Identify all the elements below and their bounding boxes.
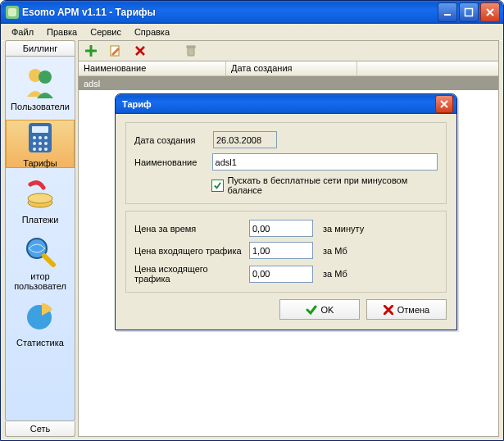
add-button[interactable] xyxy=(84,43,98,58)
svg-point-6 xyxy=(33,136,36,139)
price-in-field[interactable] xyxy=(249,242,313,259)
checkbox-label: Пускать в бесплатные сети при минусовом … xyxy=(228,175,438,195)
svg-point-16 xyxy=(28,193,52,203)
price-time-field[interactable] xyxy=(249,220,313,237)
sidebar-item-users[interactable]: Пользователи xyxy=(6,63,75,111)
svg-rect-21 xyxy=(187,46,195,48)
svg-point-12 xyxy=(33,148,36,151)
delete-button[interactable] xyxy=(133,43,148,58)
free-nets-checkbox[interactable]: Пускать в бесплатные сети при минусовом … xyxy=(211,175,438,195)
group-prices: Цена за время за минуту Цена входящего т… xyxy=(125,211,447,293)
sidebar-tab-network[interactable]: Сеть xyxy=(5,421,75,437)
sidebar-item-payments[interactable]: Платежи xyxy=(6,176,75,225)
sidebar-item-tariffs[interactable]: Тарифы xyxy=(6,120,75,168)
svg-point-8 xyxy=(44,136,48,139)
minimize-button[interactable] xyxy=(438,2,457,22)
sidebar-item-label: итор пользовател xyxy=(6,271,75,291)
svg-rect-1 xyxy=(465,9,473,16)
ok-button-label: OK xyxy=(321,305,334,315)
check-icon xyxy=(306,304,317,316)
date-field xyxy=(213,131,277,148)
date-label: Дата создания xyxy=(134,135,208,145)
sidebar-item-label: Статистика xyxy=(16,338,64,348)
svg-point-3 xyxy=(39,70,52,84)
svg-rect-0 xyxy=(444,14,451,16)
titlebar[interactable]: Esomo APM v1.11 - Тарифы xyxy=(1,1,503,24)
cancel-button[interactable]: Отмена xyxy=(366,299,447,320)
name-label: Наименование xyxy=(134,157,207,167)
price-in-unit: за Мб xyxy=(323,246,347,256)
svg-point-14 xyxy=(44,148,48,151)
ok-button[interactable]: OK xyxy=(279,299,360,320)
price-out-unit: за Мб xyxy=(323,269,347,279)
menu-help[interactable]: Справка xyxy=(129,25,175,39)
coins-icon xyxy=(21,176,59,212)
close-button[interactable] xyxy=(480,2,500,22)
svg-rect-20 xyxy=(188,48,194,56)
svg-point-9 xyxy=(33,142,36,145)
menu-service[interactable]: Сервис xyxy=(84,25,127,39)
svg-rect-5 xyxy=(32,126,48,133)
cancel-button-label: Отмена xyxy=(397,305,429,315)
window-title: Esomo APM v1.11 - Тарифы xyxy=(22,7,434,18)
sidebar-item-stats[interactable]: Статистика xyxy=(6,299,75,348)
maximize-button[interactable] xyxy=(459,2,479,22)
name-field[interactable] xyxy=(212,153,438,170)
menu-edit[interactable]: Правка xyxy=(41,25,83,39)
price-time-label: Цена за время xyxy=(134,224,244,234)
sidebar: Биллинг Пользователи Тарифы Платежи итор… xyxy=(4,40,76,437)
column-header-empty xyxy=(357,61,498,76)
column-header-date[interactable]: Дата создания xyxy=(226,61,357,76)
sidebar-item-user-monitor[interactable]: итор пользовател xyxy=(6,233,75,291)
menu-file[interactable]: Файл xyxy=(6,25,39,39)
calculator-icon xyxy=(21,120,59,156)
svg-point-10 xyxy=(39,142,42,145)
dialog-close-button[interactable] xyxy=(435,95,453,113)
magnifier-globe-icon xyxy=(21,233,59,269)
sidebar-item-label: Тарифы xyxy=(23,158,57,168)
x-icon xyxy=(384,305,393,315)
piechart-icon xyxy=(21,299,59,335)
app-window: Esomo APM v1.11 - Тарифы Файл Правка Сер… xyxy=(0,0,504,441)
price-time-unit: за минуту xyxy=(323,224,364,234)
sidebar-item-label: Пользователи xyxy=(11,102,70,111)
tariff-dialog: Тариф Дата создания Наименование Пускать… xyxy=(115,93,457,330)
edit-button[interactable] xyxy=(108,43,123,58)
checkmark-icon xyxy=(211,180,224,192)
app-icon xyxy=(6,6,19,19)
price-out-field[interactable] xyxy=(249,266,313,283)
svg-point-11 xyxy=(44,142,48,145)
menubar: Файл Правка Сервис Справка xyxy=(1,24,503,41)
toolbar xyxy=(78,40,499,61)
sidebar-tab-billing[interactable]: Биллинг xyxy=(5,40,75,56)
dialog-titlebar[interactable]: Тариф xyxy=(116,94,456,114)
price-out-label: Цена исходящего трафика xyxy=(134,264,244,284)
users-icon xyxy=(21,63,59,99)
table-row[interactable]: adsl xyxy=(79,76,498,90)
cell-name: adsl xyxy=(79,79,226,89)
trash-button[interactable] xyxy=(184,43,198,58)
sidebar-item-label: Платежи xyxy=(22,215,59,225)
price-in-label: Цена входящего трафика xyxy=(134,246,244,256)
column-header-name[interactable]: Наименование xyxy=(79,61,226,76)
svg-point-7 xyxy=(39,136,42,139)
svg-point-13 xyxy=(39,148,42,151)
dialog-title: Тариф xyxy=(122,99,435,109)
group-general: Дата создания Наименование Пускать в бес… xyxy=(125,122,447,204)
